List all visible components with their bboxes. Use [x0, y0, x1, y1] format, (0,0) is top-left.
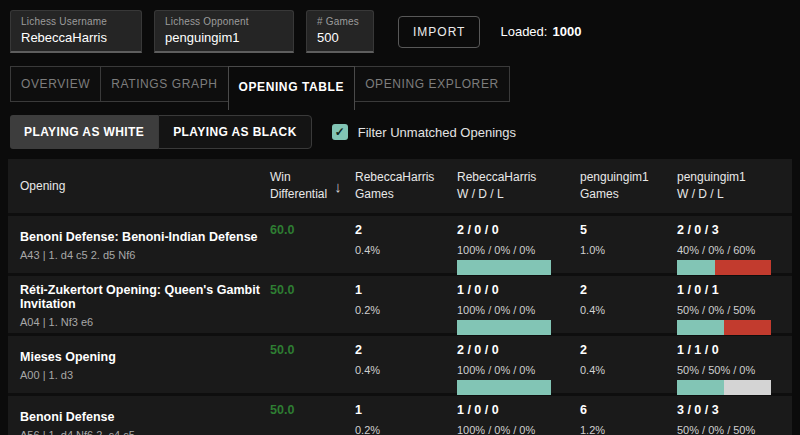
header-p2-games-line2: Games: [580, 186, 677, 203]
p2-wdl-counts: 2 / 0 / 3: [677, 223, 792, 237]
opening-name: Réti-Zukertort Opening: Queen's Gambit I…: [20, 283, 270, 311]
table-header-row: Opening Win Differential ↓ RebeccaHarris…: [8, 159, 792, 213]
p2-wdl-cell: 2 / 0 / 3 40% / 0% / 60%: [677, 216, 792, 275]
p1-games-count: 1: [355, 283, 457, 297]
loaded-count: 1000: [552, 24, 581, 39]
p1-games-pct: 0.2%: [355, 424, 457, 435]
tab-ratings-graph[interactable]: RATINGS GRAPH: [100, 66, 228, 102]
p2-wdl-pcts: 50% / 0% / 50%: [677, 424, 792, 435]
p2-wdl-pcts: 50% / 0% / 50%: [677, 304, 792, 316]
p2-games-count: 2: [580, 343, 677, 357]
header-p2-wdl-line2: W / D / L: [677, 186, 792, 203]
tab-opening-explorer[interactable]: OPENING EXPLORER: [354, 66, 510, 102]
header-p1-games-line1: RebeccaHarris: [355, 169, 457, 186]
p2-wdl-cell: 3 / 0 / 3 50% / 0% / 50%: [677, 396, 792, 435]
p2-wdl-pcts: 40% / 0% / 60%: [677, 244, 792, 256]
p1-wdl-pcts: 100% / 0% / 0%: [457, 424, 580, 435]
p2-wdl-pcts: 50% / 50% / 0%: [677, 364, 792, 376]
p2-games-cell: 2 0.4%: [580, 336, 677, 395]
username-input[interactable]: [21, 30, 131, 45]
filter-checkbox-label: Filter Unmatched Openings: [358, 125, 516, 140]
p2-games-pct: 1.2%: [580, 424, 677, 435]
p1-games-cell: 1 0.2%: [355, 276, 457, 335]
num-games-input[interactable]: [317, 30, 363, 45]
p2-wdl-bar: [677, 380, 771, 395]
p1-wdl-pcts: 100% / 0% / 0%: [457, 364, 580, 376]
p1-wdl-bar: [457, 320, 551, 335]
p2-games-cell: 6 1.2%: [580, 396, 677, 435]
opening-cell: Benoni Defense: Benoni-Indian Defense A4…: [8, 230, 270, 261]
openings-table: Opening Win Differential ↓ RebeccaHarris…: [8, 159, 792, 435]
header-win-differential[interactable]: Win Differential ↓: [270, 169, 355, 203]
header-opening: Opening: [8, 178, 270, 195]
app-root: Lichess Username Lichess Opponent # Game…: [0, 0, 800, 435]
table-row: Benoni Defense: Benoni-Indian Defense A4…: [8, 213, 792, 273]
win-differential-value: 50.0: [270, 276, 355, 335]
sort-desc-icon[interactable]: ↓: [334, 178, 342, 195]
p1-wdl-cell: 2 / 0 / 0 100% / 0% / 0%: [457, 336, 580, 395]
p2-games-pct: 0.4%: [580, 304, 677, 316]
p2-wdl-cell: 1 / 0 / 1 50% / 0% / 50%: [677, 276, 792, 335]
p1-games-pct: 0.2%: [355, 304, 457, 316]
checkmark-icon: ✓: [335, 125, 345, 139]
p1-wdl-cell: 2 / 0 / 0 100% / 0% / 0%: [457, 216, 580, 275]
tab-overview[interactable]: OVERVIEW: [10, 66, 101, 102]
p1-wdl-bar: [457, 380, 551, 395]
p1-wdl-counts: 2 / 0 / 0: [457, 223, 580, 237]
loaded-status: Loaded:1000: [500, 24, 581, 39]
username-field-label: Lichess Username: [21, 16, 131, 27]
opening-code: A43 | 1. d4 c5 2. d5 Nf6: [20, 249, 270, 261]
header-p2-games-line1: penguingim1: [580, 169, 677, 186]
p1-wdl-cell: 1 / 0 / 0 100% / 0% / 0%: [457, 396, 580, 435]
username-field-box: Lichess Username: [10, 10, 142, 53]
opening-code: A56 | 1. d4 Nf6 2. c4 c5: [20, 429, 270, 435]
p2-wdl-counts: 3 / 0 / 3: [677, 403, 792, 417]
filter-checkbox[interactable]: ✓: [332, 124, 348, 140]
header-win-line1: Win: [270, 169, 327, 186]
opening-name: Benoni Defense: [20, 410, 270, 424]
main-tabs: OVERVIEW RATINGS GRAPH OPENING TABLE OPE…: [10, 66, 800, 110]
p1-games-cell: 1 0.2%: [355, 396, 457, 435]
p1-games-pct: 0.4%: [355, 244, 457, 256]
p1-wdl-cell: 1 / 0 / 0 100% / 0% / 0%: [457, 276, 580, 335]
p1-wdl-pcts: 100% / 0% / 0%: [457, 304, 580, 316]
import-button[interactable]: IMPORT: [398, 16, 480, 48]
p1-games-count: 2: [355, 343, 457, 357]
table-row: Benoni Defense A56 | 1. d4 Nf6 2. c4 c5 …: [8, 393, 792, 435]
header-p1-wdl: RebeccaHarris W / D / L: [457, 169, 580, 203]
num-games-field-label: # Games: [317, 16, 363, 27]
p2-wdl-counts: 1 / 1 / 0: [677, 343, 792, 357]
p2-games-pct: 0.4%: [580, 364, 677, 376]
header-p1-wdl-line1: RebeccaHarris: [457, 169, 580, 186]
opponent-input[interactable]: [165, 30, 283, 45]
header-p1-wdl-line2: W / D / L: [457, 186, 580, 203]
p2-games-count: 6: [580, 403, 677, 417]
header-p1-games-line2: Games: [355, 186, 457, 203]
p1-wdl-counts: 1 / 0 / 0: [457, 283, 580, 297]
header-p2-games: penguingim1 Games: [580, 169, 677, 203]
p2-games-count: 5: [580, 223, 677, 237]
opening-cell: Benoni Defense A56 | 1. d4 Nf6 2. c4 c5: [8, 410, 270, 435]
p2-wdl-counts: 1 / 0 / 1: [677, 283, 792, 297]
p1-games-pct: 0.4%: [355, 364, 457, 376]
header-win-line2: Differential: [270, 186, 327, 203]
subtab-playing-as-black[interactable]: PLAYING AS BLACK: [158, 115, 312, 149]
opponent-field-label: Lichess Opponent: [165, 16, 283, 27]
loaded-label: Loaded:: [500, 24, 547, 39]
p1-games-count: 2: [355, 223, 457, 237]
opening-cell: Réti-Zukertort Opening: Queen's Gambit I…: [8, 283, 270, 328]
opening-cell: Mieses Opening A00 | 1. d3: [8, 350, 270, 381]
p1-wdl-counts: 2 / 0 / 0: [457, 343, 580, 357]
p2-games-pct: 1.0%: [580, 244, 677, 256]
p1-games-cell: 2 0.4%: [355, 336, 457, 395]
subtab-playing-as-white[interactable]: PLAYING AS WHITE: [10, 115, 158, 149]
p2-wdl-bar: [677, 260, 771, 275]
tab-opening-table[interactable]: OPENING TABLE: [228, 66, 356, 110]
header-p1-games: RebeccaHarris Games: [355, 169, 457, 203]
p2-games-cell: 5 1.0%: [580, 216, 677, 275]
p1-wdl-bar: [457, 260, 551, 275]
p2-wdl-cell: 1 / 1 / 0 50% / 50% / 0%: [677, 336, 792, 395]
p2-games-cell: 2 0.4%: [580, 276, 677, 335]
opening-code: A04 | 1. Nf3 e6: [20, 316, 270, 328]
header-p2-wdl: penguingim1 W / D / L: [677, 169, 792, 203]
